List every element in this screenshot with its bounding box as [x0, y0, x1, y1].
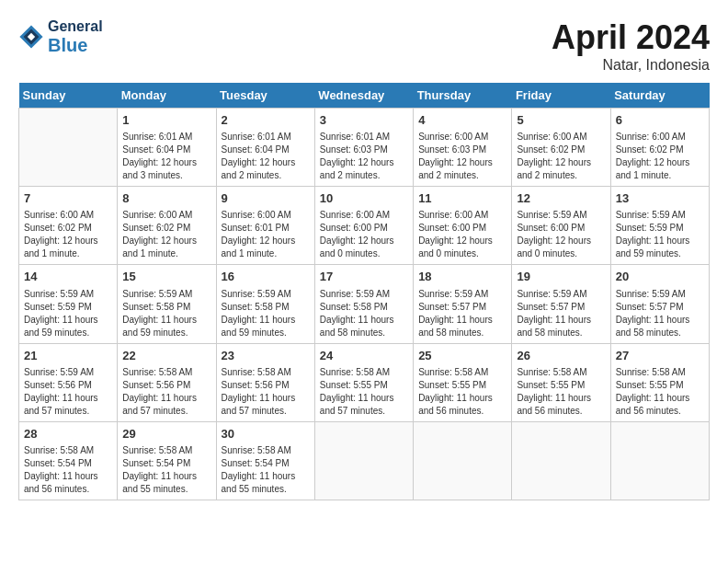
day-info: Sunrise: 5:58 AMSunset: 5:54 PMDaylight:… [24, 444, 112, 496]
day-number: 30 [222, 426, 310, 442]
calendar-week-row: 21Sunrise: 5:59 AMSunset: 5:56 PMDayligh… [19, 343, 710, 421]
day-info: Sunrise: 5:59 AMSunset: 5:56 PMDaylight:… [24, 366, 112, 418]
calendar-cell [414, 421, 512, 500]
calendar-cell: 17Sunrise: 5:59 AMSunset: 5:58 PMDayligh… [314, 265, 413, 343]
day-info: Sunrise: 5:58 AMSunset: 5:55 PMDaylight:… [517, 366, 605, 418]
weekday-header-sunday: Sunday [19, 83, 118, 109]
calendar-cell: 19Sunrise: 5:59 AMSunset: 5:57 PMDayligh… [512, 265, 610, 343]
calendar-week-row: 7Sunrise: 6:00 AMSunset: 6:02 PMDaylight… [19, 187, 710, 265]
calendar-header-row: SundayMondayTuesdayWednesdayThursdayFrid… [19, 83, 710, 109]
day-info: Sunrise: 6:00 AMSunset: 6:02 PMDaylight:… [517, 131, 605, 182]
day-info: Sunrise: 5:59 AMSunset: 5:58 PMDaylight:… [122, 288, 210, 339]
day-info: Sunrise: 6:00 AMSunset: 6:01 PMDaylight:… [222, 209, 310, 260]
calendar-cell: 6Sunrise: 6:00 AMSunset: 6:02 PMDaylight… [610, 109, 709, 187]
day-info: Sunrise: 6:01 AMSunset: 6:03 PMDaylight:… [320, 131, 408, 182]
calendar-cell: 22Sunrise: 5:58 AMSunset: 5:56 PMDayligh… [118, 343, 216, 421]
day-number: 14 [24, 269, 112, 285]
day-number: 13 [616, 190, 704, 207]
calendar-cell: 23Sunrise: 5:58 AMSunset: 5:56 PMDayligh… [216, 343, 314, 421]
day-number: 2 [222, 112, 310, 129]
day-info: Sunrise: 6:01 AMSunset: 6:04 PMDaylight:… [122, 131, 210, 182]
calendar-cell: 18Sunrise: 5:59 AMSunset: 5:57 PMDayligh… [414, 265, 512, 343]
day-info: Sunrise: 5:59 AMSunset: 5:57 PMDaylight:… [616, 288, 704, 339]
day-info: Sunrise: 5:59 AMSunset: 5:58 PMDaylight:… [222, 288, 310, 339]
calendar-cell: 27Sunrise: 5:58 AMSunset: 5:55 PMDayligh… [610, 343, 709, 421]
calendar-cell [512, 421, 610, 500]
day-number: 9 [222, 190, 310, 207]
calendar-cell: 15Sunrise: 5:59 AMSunset: 5:58 PMDayligh… [118, 265, 216, 343]
calendar-cell [610, 421, 709, 500]
day-info: Sunrise: 5:59 AMSunset: 5:59 PMDaylight:… [616, 209, 704, 260]
day-info: Sunrise: 5:58 AMSunset: 5:55 PMDaylight:… [418, 366, 506, 418]
day-number: 15 [122, 269, 210, 285]
day-info: Sunrise: 5:58 AMSunset: 5:55 PMDaylight:… [616, 366, 704, 418]
day-info: Sunrise: 6:00 AMSunset: 6:00 PMDaylight:… [418, 209, 506, 260]
day-number: 11 [418, 190, 506, 207]
day-info: Sunrise: 6:00 AMSunset: 6:00 PMDaylight:… [320, 209, 408, 260]
weekday-header-friday: Friday [512, 83, 610, 109]
day-number: 12 [517, 190, 605, 207]
weekday-header-thursday: Thursday [414, 83, 512, 109]
calendar-cell: 11Sunrise: 6:00 AMSunset: 6:00 PMDayligh… [414, 187, 512, 265]
page-header: General Blue April 2024 Natar, Indonesia [18, 18, 710, 74]
day-info: Sunrise: 5:58 AMSunset: 5:54 PMDaylight:… [222, 444, 310, 496]
calendar-title: April 2024 [552, 18, 710, 57]
day-number: 19 [517, 269, 605, 285]
title-area: April 2024 Natar, Indonesia [552, 18, 710, 74]
calendar-cell: 21Sunrise: 5:59 AMSunset: 5:56 PMDayligh… [19, 343, 118, 421]
day-info: Sunrise: 5:58 AMSunset: 5:54 PMDaylight:… [122, 444, 210, 496]
calendar-cell: 4Sunrise: 6:00 AMSunset: 6:03 PMDaylight… [414, 109, 512, 187]
calendar-cell: 13Sunrise: 5:59 AMSunset: 5:59 PMDayligh… [610, 187, 709, 265]
calendar-cell: 26Sunrise: 5:58 AMSunset: 5:55 PMDayligh… [512, 343, 610, 421]
calendar-week-row: 28Sunrise: 5:58 AMSunset: 5:54 PMDayligh… [19, 421, 710, 500]
calendar-cell: 9Sunrise: 6:00 AMSunset: 6:01 PMDaylight… [216, 187, 314, 265]
day-number: 26 [517, 348, 605, 364]
calendar-cell [314, 421, 413, 500]
calendar-cell: 1Sunrise: 6:01 AMSunset: 6:04 PMDaylight… [118, 109, 216, 187]
calendar-cell: 29Sunrise: 5:58 AMSunset: 5:54 PMDayligh… [118, 421, 216, 500]
day-info: Sunrise: 5:59 AMSunset: 5:58 PMDaylight:… [320, 288, 408, 339]
day-number: 4 [418, 112, 506, 129]
day-number: 25 [418, 348, 506, 364]
day-info: Sunrise: 5:59 AMSunset: 5:59 PMDaylight:… [24, 288, 112, 339]
calendar-table: SundayMondayTuesdayWednesdayThursdayFrid… [18, 83, 710, 500]
calendar-cell: 24Sunrise: 5:58 AMSunset: 5:55 PMDayligh… [314, 343, 413, 421]
weekday-header-wednesday: Wednesday [314, 83, 413, 109]
day-info: Sunrise: 5:59 AMSunset: 6:00 PMDaylight:… [517, 209, 605, 260]
calendar-cell: 20Sunrise: 5:59 AMSunset: 5:57 PMDayligh… [610, 265, 709, 343]
day-info: Sunrise: 6:00 AMSunset: 6:03 PMDaylight:… [418, 131, 506, 182]
calendar-week-row: 14Sunrise: 5:59 AMSunset: 5:59 PMDayligh… [19, 265, 710, 343]
calendar-cell: 16Sunrise: 5:59 AMSunset: 5:58 PMDayligh… [216, 265, 314, 343]
logo-text: General Blue [48, 18, 103, 55]
calendar-cell: 7Sunrise: 6:00 AMSunset: 6:02 PMDaylight… [19, 187, 118, 265]
calendar-cell: 3Sunrise: 6:01 AMSunset: 6:03 PMDaylight… [314, 109, 413, 187]
calendar-subtitle: Natar, Indonesia [552, 57, 710, 74]
calendar-week-row: 1Sunrise: 6:01 AMSunset: 6:04 PMDaylight… [19, 109, 710, 187]
day-number: 10 [320, 190, 408, 207]
day-info: Sunrise: 6:01 AMSunset: 6:04 PMDaylight:… [222, 131, 310, 182]
day-number: 20 [616, 269, 704, 285]
day-number: 5 [517, 112, 605, 129]
day-info: Sunrise: 5:58 AMSunset: 5:56 PMDaylight:… [122, 366, 210, 418]
day-info: Sunrise: 5:59 AMSunset: 5:57 PMDaylight:… [418, 288, 506, 339]
day-number: 22 [122, 348, 210, 364]
weekday-header-tuesday: Tuesday [216, 83, 314, 109]
day-number: 29 [122, 426, 210, 442]
calendar-cell [19, 109, 118, 187]
day-info: Sunrise: 5:59 AMSunset: 5:57 PMDaylight:… [517, 288, 605, 339]
day-number: 24 [320, 348, 408, 364]
logo-icon [18, 24, 44, 50]
day-number: 3 [320, 112, 408, 129]
weekday-header-saturday: Saturday [610, 83, 709, 109]
day-info: Sunrise: 5:58 AMSunset: 5:55 PMDaylight:… [320, 366, 408, 418]
day-number: 18 [418, 269, 506, 285]
day-number: 17 [320, 269, 408, 285]
day-number: 27 [616, 348, 704, 364]
logo-blue-label: Blue [48, 35, 103, 55]
day-number: 16 [222, 269, 310, 285]
calendar-cell: 25Sunrise: 5:58 AMSunset: 5:55 PMDayligh… [414, 343, 512, 421]
day-number: 28 [24, 426, 112, 442]
calendar-cell: 14Sunrise: 5:59 AMSunset: 5:59 PMDayligh… [19, 265, 118, 343]
calendar-cell: 2Sunrise: 6:01 AMSunset: 6:04 PMDaylight… [216, 109, 314, 187]
weekday-header-monday: Monday [118, 83, 216, 109]
